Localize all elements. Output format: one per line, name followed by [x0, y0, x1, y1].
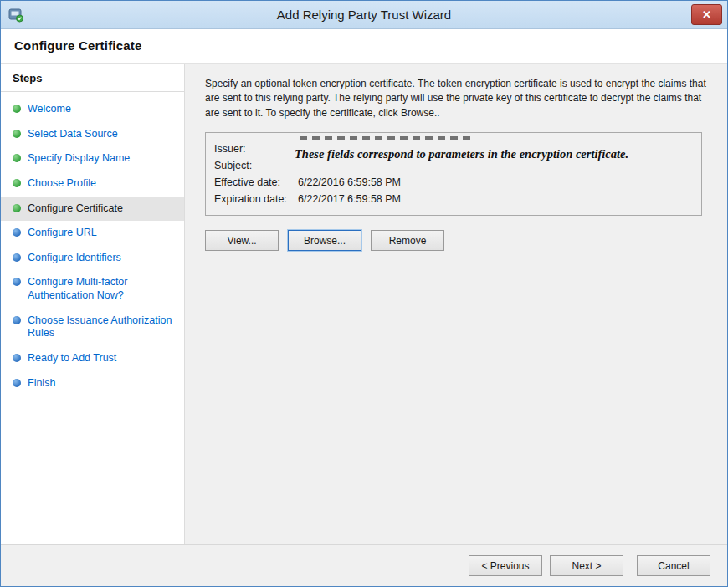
window-title: Add Relying Party Trust Wizard [51, 8, 677, 22]
step-label: Configure Certificate [28, 202, 123, 216]
subject-label: Subject: [214, 160, 298, 171]
steps-list: WelcomeSelect Data SourceSpecify Display… [1, 92, 184, 401]
main-panel: Specify an optional token encryption cer… [185, 64, 727, 544]
expiration-date-row: Expiration date: 6/22/2017 6:59:58 PM [214, 191, 693, 207]
effective-date-label: Effective date: [214, 176, 298, 188]
step-item[interactable]: Configure Multi-factor Authentication No… [1, 270, 184, 308]
effective-date-value: 6/22/2016 6:59:58 PM [298, 176, 693, 188]
step-pending-icon [13, 354, 21, 362]
step-label: Choose Issuance Authorization Rules [28, 314, 176, 340]
page-header: Configure Certificate [1, 29, 727, 64]
certificate-actions: View... Browse... Remove [205, 230, 710, 251]
step-item[interactable]: Configure Certificate [1, 197, 184, 222]
app-icon [8, 7, 24, 23]
view-button[interactable]: View... [205, 230, 279, 251]
browse-button[interactable]: Browse... [288, 230, 361, 251]
cancel-button[interactable]: Cancel [637, 555, 710, 576]
step-item[interactable]: Select Data Source [1, 122, 184, 147]
step-item[interactable]: Configure URL [1, 221, 184, 246]
obscured-text-remnant [300, 136, 474, 140]
step-label: Configure Multi-factor Authentication No… [28, 276, 176, 302]
step-done-icon [13, 130, 21, 138]
description-text: Specify an optional token encryption cer… [205, 77, 707, 120]
step-done-icon [13, 204, 21, 212]
remove-button[interactable]: Remove [371, 230, 444, 251]
titlebar: Add Relying Party Trust Wizard ✕ [1, 1, 727, 29]
step-label: Ready to Add Trust [28, 352, 116, 365]
step-done-icon [13, 105, 21, 113]
close-button[interactable]: ✕ [691, 4, 722, 25]
step-item[interactable]: Choose Issuance Authorization Rules [1, 309, 184, 346]
step-label: Configure URL [28, 227, 97, 240]
step-item[interactable]: Configure Identifiers [1, 246, 184, 271]
step-label: Choose Profile [28, 177, 96, 191]
step-label: Configure Identifiers [28, 252, 121, 265]
step-pending-icon [13, 253, 21, 262]
step-label: Specify Display Name [28, 152, 130, 166]
step-done-icon [13, 154, 21, 162]
step-label: Welcome [28, 103, 71, 116]
annotation-text: These fields correspond to parameters in… [295, 147, 693, 161]
step-done-icon [13, 179, 21, 187]
steps-sidebar: Steps WelcomeSelect Data SourceSpecify D… [1, 64, 185, 544]
certificate-groupbox: These fields correspond to parameters in… [205, 132, 702, 216]
next-button[interactable]: Next > [550, 555, 623, 576]
subject-value [298, 160, 693, 171]
step-label: Finish [28, 377, 55, 390]
step-label: Select Data Source [28, 128, 118, 141]
page-title: Configure Certificate [14, 38, 714, 53]
issuer-label: Issuer: [214, 143, 298, 155]
expiration-date-value: 6/22/2017 6:59:58 PM [298, 193, 693, 205]
step-pending-icon [13, 316, 21, 324]
wizard-window: Add Relying Party Trust Wizard ✕ Configu… [0, 0, 728, 587]
step-item[interactable]: Finish [1, 371, 184, 396]
expiration-date-label: Expiration date: [214, 193, 298, 205]
wizard-body: Steps WelcomeSelect Data SourceSpecify D… [1, 64, 727, 544]
step-item[interactable]: Ready to Add Trust [1, 346, 184, 371]
close-icon: ✕ [702, 8, 711, 21]
step-pending-icon [13, 379, 21, 387]
step-item[interactable]: Specify Display Name [1, 146, 184, 171]
footer-bar: < Previous Next > Cancel [1, 544, 727, 586]
effective-date-row: Effective date: 6/22/2016 6:59:58 PM [214, 174, 693, 191]
step-pending-icon [13, 278, 21, 286]
previous-button[interactable]: < Previous [469, 555, 542, 576]
step-item[interactable]: Choose Profile [1, 171, 184, 197]
steps-header: Steps [1, 64, 184, 92]
step-pending-icon [13, 228, 21, 237]
step-item[interactable]: Welcome [1, 97, 184, 122]
